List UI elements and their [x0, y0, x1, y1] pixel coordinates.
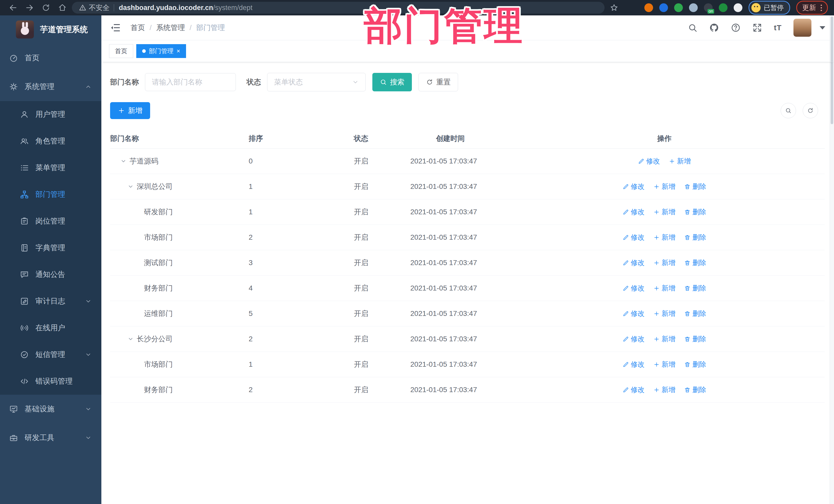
kebab-menu-icon[interactable]: [821, 5, 822, 11]
bookmark-star-button[interactable]: [607, 2, 621, 14]
extension-green-check[interactable]: [674, 3, 683, 12]
delete-action-link[interactable]: 删除: [684, 258, 706, 267]
expand-caret-icon[interactable]: [120, 158, 127, 164]
delete-action-link[interactable]: 删除: [684, 385, 706, 394]
sidebar-item-label: 短信管理: [36, 350, 65, 360]
address-bar[interactable]: 不安全 dashboard.yudao.iocoder.cn/system/de…: [72, 2, 605, 14]
fullscreen-icon[interactable]: [752, 23, 762, 32]
edit-icon: [622, 285, 629, 291]
edit-action-link[interactable]: 修改: [622, 258, 644, 267]
edit-action-link[interactable]: 修改: [622, 360, 644, 369]
sidebar-item[interactable]: 基础设施: [0, 395, 101, 423]
sidebar-item[interactable]: 角色管理: [0, 128, 101, 154]
app-logo-row[interactable]: 芋道管理系统: [0, 15, 101, 44]
extension-orange-ring[interactable]: [644, 3, 653, 12]
edit-action-link[interactable]: 修改: [622, 207, 644, 217]
add-button[interactable]: 新增: [110, 102, 150, 119]
extension-green-key[interactable]: [719, 3, 727, 12]
font-size-icon[interactable]: tT: [774, 23, 782, 32]
delete-action-link[interactable]: 删除: [684, 182, 706, 191]
breadcrumb-item[interactable]: 首页: [131, 23, 145, 32]
expand-caret-slot[interactable]: [120, 158, 130, 164]
sidebar-item[interactable]: 菜单管理: [0, 154, 101, 181]
browser-update-button[interactable]: 更新: [796, 1, 828, 15]
sidebar-item[interactable]: 在线用户: [0, 314, 101, 341]
edit-action-link[interactable]: 修改: [622, 334, 644, 344]
add-action-link[interactable]: 新增: [653, 233, 675, 242]
expand-caret-slot[interactable]: [128, 336, 137, 342]
user-avatar[interactable]: [793, 19, 811, 37]
sidebar-item[interactable]: 部门管理: [0, 181, 101, 208]
sidebar-item[interactable]: 字典管理: [0, 235, 101, 261]
expand-caret-icon[interactable]: [128, 183, 134, 190]
search-button[interactable]: 搜索: [372, 73, 412, 91]
delete-action-link[interactable]: 删除: [684, 233, 706, 242]
browser-profile-chip[interactable]: 已暂停: [749, 1, 790, 15]
add-action-link[interactable]: 新增: [653, 309, 675, 318]
edit-action-link[interactable]: 修改: [622, 309, 644, 318]
sidebar-item[interactable]: 用户管理: [0, 101, 101, 128]
breadcrumb-item[interactable]: 部门管理: [196, 23, 225, 32]
browser-forward-button[interactable]: [23, 2, 37, 14]
edit-action-link[interactable]: 修改: [622, 182, 644, 191]
chevron-down-icon: [352, 79, 359, 85]
delete-action-link[interactable]: 删除: [684, 334, 706, 344]
hamburger-icon[interactable]: [110, 22, 121, 33]
extension-grid-drop[interactable]: [689, 3, 698, 12]
scrollbar-thumb[interactable]: [831, 17, 833, 124]
page-scrollbar[interactable]: [830, 15, 834, 504]
expand-caret-icon[interactable]: [128, 336, 134, 342]
edit-action-link[interactable]: 修改: [638, 156, 660, 166]
caret-down-icon[interactable]: [820, 26, 825, 29]
sidebar-item[interactable]: 岗位管理: [0, 208, 101, 235]
breadcrumb-item[interactable]: 系统管理: [156, 23, 185, 32]
add-action-link[interactable]: 新增: [653, 284, 675, 293]
sidebar-item[interactable]: 首页: [0, 44, 101, 72]
browser-reload-button[interactable]: [39, 2, 53, 14]
help-icon[interactable]: [731, 23, 741, 32]
delete-action-link[interactable]: 删除: [684, 207, 706, 217]
app-logo: [16, 21, 34, 39]
add-action-link[interactable]: 新增: [653, 385, 675, 394]
sidebar-item[interactable]: 短信管理: [0, 341, 101, 368]
refresh-table-button[interactable]: [803, 103, 818, 118]
add-action-link[interactable]: 新增: [653, 360, 675, 369]
tab[interactable]: 首页: [109, 44, 133, 58]
delete-action-link[interactable]: 删除: [684, 309, 706, 318]
browser-back-button[interactable]: [6, 2, 20, 14]
sidebar-item[interactable]: 错误码管理: [0, 368, 101, 395]
reset-button[interactable]: 重置: [419, 73, 458, 91]
status-select[interactable]: 菜单状态: [267, 73, 366, 91]
url-text: dashboard.yudao.iocoder.cn/system/dept: [119, 4, 253, 12]
add-action-link[interactable]: 新增: [653, 258, 675, 267]
close-icon[interactable]: ×: [177, 48, 180, 54]
add-action-link[interactable]: 新增: [653, 207, 675, 217]
edit-action-link[interactable]: 修改: [622, 284, 644, 293]
extension-puzzle[interactable]: [734, 3, 742, 12]
edit-action-link[interactable]: 修改: [622, 233, 644, 242]
delete-action-link[interactable]: 删除: [684, 284, 706, 293]
edit-icon: [622, 260, 629, 266]
add-action-link[interactable]: 新增: [653, 182, 675, 191]
delete-action-link[interactable]: 删除: [684, 360, 706, 369]
tab[interactable]: 部门管理 ×: [136, 44, 186, 58]
sidebar-item[interactable]: 审计日志: [0, 288, 101, 314]
extension-dark-recorder[interactable]: on: [704, 3, 712, 12]
browser-home-button[interactable]: [56, 2, 69, 14]
show-search-toggle-button[interactable]: [781, 103, 796, 118]
sidebar-item[interactable]: 通知公告: [0, 261, 101, 288]
add-action-link[interactable]: 新增: [653, 334, 675, 344]
sidebar-item[interactable]: 系统管理: [0, 72, 101, 101]
col-sort: 排序: [249, 134, 354, 144]
security-status[interactable]: 不安全: [79, 3, 110, 12]
sidebar-item[interactable]: 研发工具: [0, 423, 101, 452]
search-icon[interactable]: [688, 23, 698, 32]
extension-blue-gem[interactable]: [659, 3, 668, 12]
add-action-link[interactable]: 新增: [669, 156, 691, 166]
table-row: 市场部门 1 开启 2021-01-05 17:03:47 修改: [110, 352, 825, 377]
star-icon: [610, 4, 618, 12]
dept-name-input[interactable]: [145, 73, 236, 91]
edit-action-link[interactable]: 修改: [622, 385, 644, 394]
expand-caret-slot[interactable]: [128, 183, 137, 190]
github-icon[interactable]: [709, 23, 719, 32]
